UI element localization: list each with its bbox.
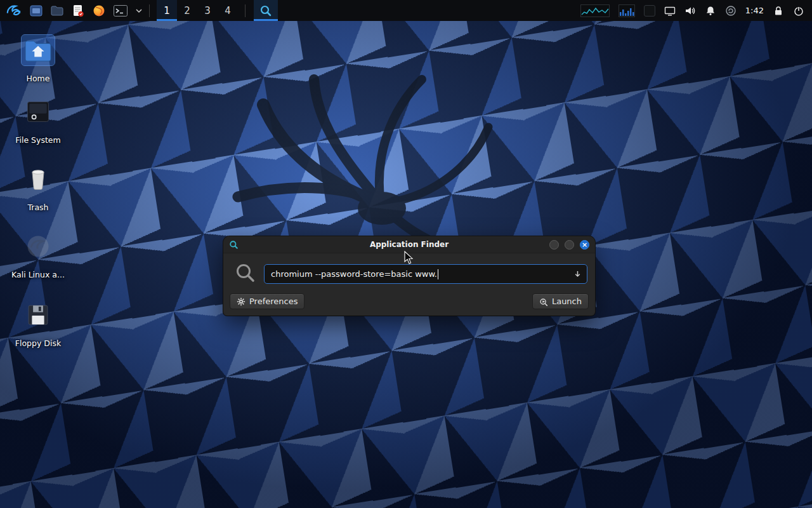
preferences-label: Preferences: [249, 297, 298, 306]
cpu-graph[interactable]: [580, 4, 610, 17]
dropdown-arrow-icon[interactable]: [573, 270, 582, 278]
launcher-files[interactable]: [29, 0, 43, 21]
desktop-icon-label: Trash: [27, 203, 48, 212]
chevron-down-icon: [136, 8, 142, 13]
close-button[interactable]: ×: [580, 240, 589, 250]
desktop-icon-label: Home: [27, 74, 50, 83]
home-folder-icon: [22, 35, 55, 65]
maximize-button[interactable]: [565, 240, 574, 250]
updater-icon[interactable]: [725, 5, 737, 17]
workspace-label: 3: [204, 5, 211, 17]
launch-label: Launch: [552, 297, 582, 306]
window-icon: [29, 4, 43, 18]
kali-menu-button[interactable]: [5, 0, 22, 21]
desktop-icon-home[interactable]: Home: [3, 35, 73, 83]
top-panel: 1 2 3 4: [0, 0, 812, 21]
quick-launchers: [29, 0, 142, 21]
panel-separator: [149, 4, 150, 17]
gear-icon: [237, 297, 246, 306]
taskbar-application-finder[interactable]: [254, 0, 278, 21]
launcher-dropdown[interactable]: [136, 0, 142, 21]
text-caret: [438, 269, 438, 279]
lock-icon[interactable]: [773, 5, 784, 17]
folder-icon: [50, 4, 64, 18]
application-finder-window: Application Finder × chromium --password…: [223, 236, 595, 316]
tray-terminal-widget[interactable]: [644, 5, 655, 17]
workspace-4[interactable]: 4: [218, 0, 238, 21]
kali-disc-icon: [22, 231, 55, 262]
command-input[interactable]: chromium --password-store=basic www.: [264, 264, 587, 284]
launcher-terminal[interactable]: [113, 0, 129, 21]
close-icon: ×: [582, 241, 587, 248]
run-icon: [539, 297, 548, 306]
preferences-button[interactable]: Preferences: [230, 293, 304, 309]
command-text: chromium --password-store=basic www.: [271, 269, 437, 279]
workspace-label: 2: [184, 5, 190, 17]
desktop-icon-label: File System: [15, 135, 61, 145]
clock[interactable]: 1:42: [745, 6, 764, 15]
volume-icon[interactable]: [684, 5, 696, 17]
launcher-file-manager[interactable]: [50, 0, 64, 21]
finder-window-icon: [229, 240, 239, 250]
panel-separator: [245, 4, 246, 17]
kali-logo-icon: [5, 3, 22, 18]
floppy-icon: [22, 300, 55, 330]
firefox-icon: [92, 4, 106, 18]
search-icon: [235, 262, 256, 284]
document-icon: [71, 4, 85, 18]
terminal-icon: [113, 4, 129, 18]
workspace-2[interactable]: 2: [177, 0, 197, 21]
desktop-icon-trash[interactable]: Trash: [3, 164, 73, 212]
desktop-icon-label: Floppy Disk: [15, 338, 61, 348]
launcher-firefox[interactable]: [92, 0, 106, 21]
workspace-switcher: 1 2 3 4: [157, 0, 238, 21]
desktop-icon-floppy-disk[interactable]: Floppy Disk: [3, 300, 73, 348]
drive-icon: [22, 97, 55, 127]
desktop-icon-label: Kali Linux a...: [11, 270, 65, 279]
desktop-icon-kali-linux[interactable]: Kali Linux a...: [3, 231, 73, 279]
magnifier-icon: [259, 4, 272, 17]
display-icon[interactable]: [664, 5, 676, 17]
desktop-icon-file-system[interactable]: File System: [3, 97, 73, 145]
minimize-button[interactable]: [549, 240, 559, 250]
finder-title: Application Finder: [223, 240, 595, 249]
workspace-label: 4: [225, 5, 231, 17]
trash-icon: [22, 164, 55, 194]
workspace-label: 1: [164, 5, 170, 17]
mouse-cursor: [403, 251, 416, 265]
network-graph[interactable]: [619, 4, 635, 17]
notifications-bell-icon[interactable]: [705, 5, 716, 17]
launch-button[interactable]: Launch: [532, 293, 589, 309]
launcher-text-editor[interactable]: [71, 0, 85, 21]
workspace-1[interactable]: 1: [157, 0, 177, 21]
power-icon[interactable]: [793, 5, 804, 17]
workspace-3[interactable]: 3: [197, 0, 218, 21]
